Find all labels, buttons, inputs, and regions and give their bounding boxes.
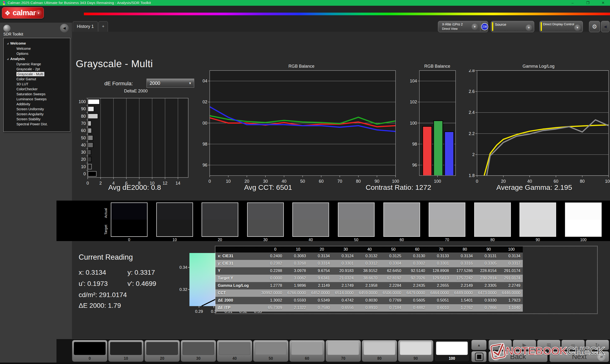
settings-gear-button[interactable]: ⚙ [589, 21, 600, 32]
svg-text:90: 90 [81, 106, 86, 111]
sidebar-item-luminance-sweeps[interactable]: Luminance Sweeps [7, 96, 70, 102]
sidebar-item-spectral-power-dist-[interactable]: Spectral Power Dist. [7, 121, 70, 127]
svg-text:0: 0 [83, 171, 86, 176]
sidebar-item-screen-stability[interactable]: Screen Stability [7, 117, 70, 121]
swatch-target [111, 220, 147, 236]
tree-group-analysis[interactable]: ◢Analysis [7, 56, 70, 62]
patch-button-0[interactable]: 0 [72, 340, 107, 362]
collapse-panel-button[interactable]: ◀ [601, 21, 610, 32]
tree-group-welcome[interactable]: ◢Welcome [7, 40, 70, 46]
patch-swatch [291, 342, 323, 355]
sidebar-item-colorchecker[interactable]: ColorChecker [7, 87, 70, 91]
sidebar-item-dynamic-range[interactable]: Dynamic Range [7, 62, 70, 66]
table-row-target-y: Target Y0.00003.00629.634121.032438.6670… [215, 275, 523, 282]
cell-value: 6479.0000 [404, 289, 428, 297]
sidebar-item-grayscale-multi[interactable]: Grayscale - Multi [7, 71, 70, 77]
svg-text:20: 20 [245, 179, 249, 184]
swatch-target [565, 220, 601, 236]
sphere-button[interactable] [3, 25, 11, 32]
sidebar-item-color-gamut[interactable]: Color Gamut [7, 77, 70, 81]
cell-value: 2.1958 [356, 282, 380, 289]
reading-y: y: 0.3317 [128, 269, 155, 276]
transport-button-3[interactable]: ⊞ [537, 340, 560, 350]
patch-button-90[interactable]: 90 [398, 340, 433, 362]
sidebar-item-options[interactable]: Options [7, 51, 70, 56]
patch-swatch [110, 342, 142, 355]
sidebar-item-welcome[interactable]: Welcome [7, 46, 70, 51]
sidebar-item-screen-angularity[interactable]: Screen Angularity [7, 112, 70, 117]
measurement-table-selection[interactable]: 0102030405060708090100x: CIE310.24000.30… [215, 246, 597, 314]
minimize-button[interactable]: – [567, 0, 579, 6]
column-header-30: 30 [332, 246, 356, 252]
next-button[interactable]: Next » [549, 351, 609, 362]
restore-button[interactable]: ❐ [582, 0, 594, 6]
svg-text:2.2: 2.2 [469, 131, 475, 136]
close-button[interactable]: ✕ [597, 0, 609, 6]
sidebar-item-grayscale-2pt[interactable]: Grayscale - 2pt [7, 66, 70, 71]
swatch-label: 20 [202, 238, 238, 242]
source-dropdown[interactable]: Source ▼ [491, 21, 534, 32]
app-icon [2, 1, 6, 5]
table-row-x-cie31: x: CIE310.24000.30830.31340.31240.31320.… [215, 252, 523, 260]
svg-text:100: 100 [392, 179, 399, 184]
patch-button-70[interactable]: 70 [325, 340, 361, 362]
current-reading-title: Current Reading [79, 253, 133, 261]
patch-swatch [327, 342, 359, 355]
patch-button-80[interactable]: 80 [362, 340, 397, 362]
patch-button-100[interactable]: 100 [434, 340, 470, 362]
patch-list-up-button[interactable]: ▲ [471, 340, 487, 350]
sidebar-collapse-button[interactable]: ◀ [60, 24, 69, 32]
toolkit-tree: ◢WelcomeWelcomeOptions◢AnalysisDynamic R… [3, 38, 70, 132]
de-formula-dropdown[interactable]: 2000▼ [146, 78, 194, 88]
cell-value: 0.3125 [380, 252, 404, 260]
sidebar-item-additivity[interactable]: Additivity [7, 102, 70, 106]
calman-menu-button[interactable]: ❖ calman ▼ [2, 7, 44, 19]
swatch-actual [293, 203, 329, 220]
cell-value: 0.7580 [308, 304, 332, 312]
display-control-dropdown-arrow-icon[interactable]: ▼ [574, 25, 581, 31]
tab-add-button[interactable]: + [98, 21, 108, 32]
sidebar-item-saturation-sweeps[interactable]: Saturation Sweeps [7, 91, 70, 96]
meter-dropdown-arrow-icon[interactable]: ▼ [472, 24, 478, 30]
patch-button-20[interactable]: 20 [144, 340, 180, 362]
stat-avg-de2000: Avg dE2000: 0.8 [108, 183, 161, 192]
bottom-edge [0, 363, 610, 364]
back-button[interactable]: « Back [489, 351, 547, 362]
meter-mode: Direct View [442, 27, 458, 30]
column-header-70: 70 [428, 246, 451, 252]
cell-value: 0.3301 [428, 260, 451, 267]
meter-dropdown[interactable]: X-Rite i1Pro 2 Direct View ▼ 238 [438, 21, 488, 32]
patch-button-40[interactable]: 40 [217, 340, 252, 362]
meter-name: X-Rite i1Pro 2 [442, 22, 463, 26]
sidebar-item-screen-uniformity[interactable]: Screen Uniformity [7, 106, 70, 112]
cell-value: 175.7242 [451, 275, 475, 282]
patch-window-button[interactable] [471, 351, 487, 362]
transport-button-1[interactable]: ▶ [489, 340, 512, 350]
sidebar-item-3d-lut[interactable]: 3D LUT [7, 81, 70, 87]
display-control-dropdown[interactable]: Direct Display Control ▼ [539, 21, 583, 32]
swatch-actual [202, 203, 238, 220]
cell-value: 2.1149 [308, 282, 332, 289]
patch-button-60[interactable]: 60 [289, 340, 325, 362]
cell-value: 0.3314 [308, 260, 332, 267]
cell-value: 0.3130 [404, 252, 428, 260]
calman-menu-dropdown-icon[interactable]: ▼ [36, 10, 42, 16]
cell-value: 1.7923 [499, 297, 523, 304]
patch-button-50[interactable]: 50 [253, 340, 288, 362]
tab-history-1[interactable]: History 1 [73, 21, 98, 32]
cell-value: 0.3302 [404, 260, 428, 267]
patch-button-30[interactable]: 30 [181, 340, 216, 362]
de-formula-label: dE Formula: [104, 80, 133, 87]
column-header-20: 20 [308, 246, 332, 252]
svg-text:100: 100 [203, 121, 207, 126]
next-chevron-icon: » [597, 353, 606, 361]
source-dropdown-arrow-icon[interactable]: ▼ [526, 25, 532, 31]
transport-button-5[interactable]: ↻ [586, 340, 609, 350]
transport-button-2[interactable]: ▶ [513, 340, 536, 350]
svg-text:80: 80 [81, 114, 86, 119]
cell-value: 0.5593 [285, 297, 308, 304]
cell-value: 62.8192 [380, 275, 404, 282]
patch-button-10[interactable]: 10 [108, 340, 144, 362]
svg-text:1.8: 1.8 [469, 173, 475, 178]
transport-button-4[interactable]: ∞ [561, 340, 585, 350]
